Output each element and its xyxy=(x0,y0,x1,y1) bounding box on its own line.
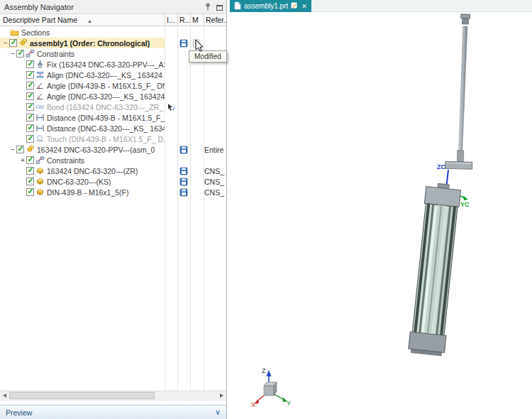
assembly-navigator-panel: Assembly Navigator Descriptive Part Name… xyxy=(0,0,227,419)
checkbox-checked[interactable] xyxy=(26,124,34,132)
part-icon xyxy=(35,187,45,197)
row-label: Fix (163424 DNC-63-320-PPV---_AS... xyxy=(47,60,165,69)
view-triad[interactable]: Z X Y xyxy=(251,367,291,408)
checkbox-checked[interactable] xyxy=(26,71,34,79)
row-label: Angle (DIN-439-B - M16X1.5_F_ DN... xyxy=(47,82,165,90)
yc-axis-label: YC xyxy=(460,201,470,208)
piston-rod-component[interactable] xyxy=(445,13,477,169)
tree-row-subassembly-163424[interactable]: − 163424 DNC-63-320-PPV---(asm_0 Entire xyxy=(0,144,226,155)
scrollbar-thumb[interactable] xyxy=(9,392,155,399)
tree-row-assembly1[interactable]: − assembly1 (Order: Chronological) xyxy=(0,38,226,48)
triad-z-label: Z xyxy=(262,367,266,374)
expander-minus-icon[interactable]: − xyxy=(9,144,16,155)
row-label: 163424 DNC-63-320---(ZR) xyxy=(47,167,138,175)
part-document-icon xyxy=(234,1,241,11)
expander-minus-icon[interactable]: − xyxy=(2,38,9,48)
3d-canvas[interactable]: ZC XC YC xyxy=(229,12,532,419)
checkbox-checked[interactable] xyxy=(26,178,34,185)
tree-row-part-ks[interactable]: DNC-63-320---(KS) CNS_ xyxy=(0,176,226,187)
column-reference-set[interactable]: Refer... xyxy=(204,14,227,26)
angle-constraint-icon xyxy=(35,92,45,101)
triad-x-label: X xyxy=(251,401,255,408)
tree-row-sections[interactable]: Sections xyxy=(0,27,226,38)
checkbox-checked[interactable] xyxy=(26,60,34,68)
row-label: Constraints xyxy=(47,156,84,165)
column-descriptive-part-name[interactable]: Descriptive Part Name▲ xyxy=(3,14,163,26)
column-modified[interactable]: M xyxy=(190,14,204,26)
tab-close-icon[interactable]: ✕ xyxy=(301,3,307,10)
tree-row-part-zr[interactable]: 163424 DNC-63-320---(ZR) CNS_ xyxy=(0,165,226,176)
chevron-down-icon[interactable]: ∨ xyxy=(215,408,221,417)
tree-row-constraint-bond[interactable]: Bond (163424 DNC-63-320---_ZR_ ... xyxy=(0,102,226,112)
tree-row-constraint-touch[interactable]: Touch (DIN-439-B - M16X1.5_F_ D... xyxy=(0,134,226,144)
angle-constraint-icon xyxy=(35,81,45,90)
row-label: 163424 DNC-63-320-PPV---(asm_0 xyxy=(37,146,155,154)
row-label: Distance (DNC-63-320---_KS_ 1634... xyxy=(47,124,165,133)
checkbox-checked[interactable] xyxy=(26,82,34,89)
pin-icon[interactable] xyxy=(204,3,211,12)
saved-in-session-icon xyxy=(177,187,190,197)
constraint-indicator-icon xyxy=(165,102,177,112)
checkbox-checked[interactable] xyxy=(26,167,34,175)
reference-set-value: Entire xyxy=(204,144,226,155)
expander-minus-icon[interactable]: − xyxy=(9,48,16,59)
column-read-only[interactable]: R... xyxy=(177,14,190,26)
checkbox-checked[interactable] xyxy=(26,92,34,100)
assembly-icon xyxy=(25,145,35,154)
horizontal-scrollbar[interactable] xyxy=(0,391,226,401)
checkbox-checked[interactable] xyxy=(16,146,24,153)
tree-row-constraint-angle[interactable]: Angle (DIN-439-B - M16X1.5_F_ DN... xyxy=(0,80,226,91)
constraints-icon xyxy=(35,156,45,165)
sort-ascending-icon[interactable]: ▲ xyxy=(87,18,92,23)
tab-assembly1-prt[interactable]: assembly1.prt ✕ xyxy=(230,0,311,12)
y-axis-arrow xyxy=(463,196,468,201)
tree-row-part-din[interactable]: DIN-439-B - M16x1_5(F) CNS_ xyxy=(0,187,226,197)
column-name-label: Descriptive Part Name xyxy=(3,16,77,24)
row-label: Align (DNC-63-320---_KS_ 163424 ... xyxy=(47,71,165,80)
distance-constraint-icon xyxy=(35,124,45,133)
column-info[interactable]: I... xyxy=(165,14,177,26)
tree-row-sub-constraints[interactable]: + Constraints xyxy=(0,155,226,165)
preview-section-header[interactable]: Preview ∨ xyxy=(0,405,226,419)
align-constraint-icon xyxy=(35,70,45,80)
triad-y-label: Y xyxy=(287,400,291,407)
tree-row-constraint-align[interactable]: Align (DNC-63-320---_KS_ 163424 ... xyxy=(0,70,226,80)
part-icon xyxy=(35,166,45,175)
checkbox-checked[interactable] xyxy=(26,188,34,196)
checkbox-checked[interactable] xyxy=(9,39,17,47)
checkbox-checked[interactable] xyxy=(26,103,34,111)
preview-label: Preview xyxy=(6,408,32,417)
modified-icon[interactable] xyxy=(190,38,203,48)
row-label: Sections xyxy=(21,28,50,37)
3d-scene[interactable]: ZC XC YC xyxy=(229,12,532,419)
tree-row-constraint-distance[interactable]: Distance (DNC-63-320---_KS_ 1634... xyxy=(0,123,226,134)
checkbox-checked[interactable] xyxy=(26,156,34,164)
tree-row-constraint-distance[interactable]: Distance (DIN-439-B - M16X1.5_F_... xyxy=(0,112,226,123)
part-icon xyxy=(35,177,45,186)
row-label: assembly1 (Order: Chronological) xyxy=(30,39,150,48)
tab-title: assembly1.prt xyxy=(244,2,288,10)
checkbox-checked[interactable] xyxy=(26,135,34,143)
scroll-right-icon[interactable] xyxy=(217,391,226,400)
triad-z-arrow xyxy=(267,370,272,376)
modified-tooltip: Modified xyxy=(189,50,227,62)
scroll-left-icon[interactable] xyxy=(0,391,9,400)
cylinder-body-component[interactable] xyxy=(408,182,462,356)
saved-in-session-icon xyxy=(177,165,190,176)
tree-row-constraint-angle[interactable]: Angle (DNC-63-320---_KS_ 163424 ... xyxy=(0,91,226,102)
checkbox-checked[interactable] xyxy=(16,50,24,58)
row-label: Bond (163424 DNC-63-320---_ZR_ ... xyxy=(47,103,165,111)
reference-set-value: CNS_ xyxy=(204,165,226,176)
saved-in-session-icon xyxy=(177,38,190,48)
expander-plus-icon[interactable]: + xyxy=(19,155,26,165)
saved-in-session-icon xyxy=(177,176,190,187)
row-label: Angle (DNC-63-320---_KS_ 163424 ... xyxy=(47,92,165,101)
navigator-title-bar: Assembly Navigator xyxy=(0,0,226,14)
window-icon[interactable] xyxy=(216,5,223,11)
row-label: Touch (DIN-439-B - M16X1.5_F_ D... xyxy=(47,135,165,143)
constraints-icon xyxy=(25,49,35,58)
graphics-window: assembly1.prt ✕ xyxy=(229,0,532,419)
row-label: DNC-63-320---(KS) xyxy=(47,178,111,186)
panel-title: Assembly Navigator xyxy=(4,3,74,11)
checkbox-checked[interactable] xyxy=(26,114,34,121)
